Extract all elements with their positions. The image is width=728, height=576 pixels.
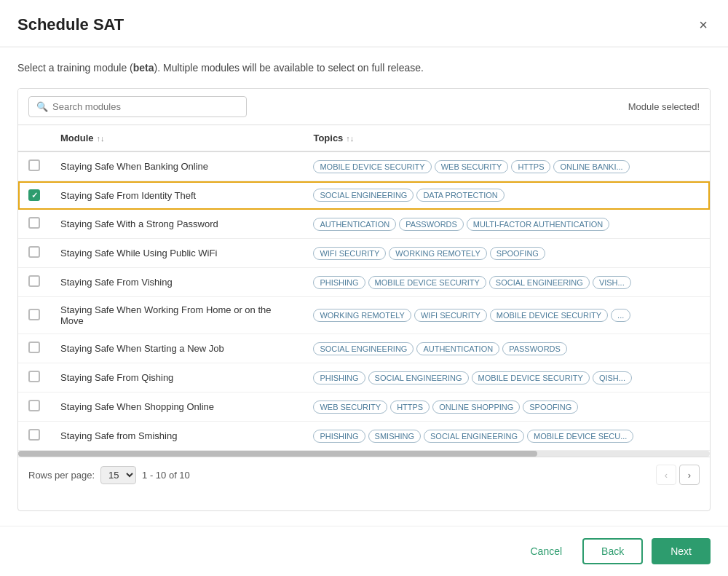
table-header-row: Module ↑↓ Topics ↑↓: [18, 125, 710, 151]
topic-tag: WORKING REMOTELY: [313, 309, 411, 322]
topic-tag: SOCIAL ENGINEERING: [424, 430, 524, 443]
topic-tag: ONLINE BANKI...: [553, 160, 629, 173]
modal: Schedule SAT × Select a training module …: [0, 0, 728, 576]
cell-topics: PHISHINGSOCIAL ENGINEERINGMOBILE DEVICE …: [303, 363, 710, 392]
topic-tag: PASSWORDS: [502, 342, 567, 355]
cell-topics: MOBILE DEVICE SECURITYWEB SECURITYHTTPSO…: [303, 151, 710, 181]
checkbox[interactable]: [28, 246, 40, 258]
cell-topics: AUTHENTICATIONPASSWORDSMULTI-FACTOR AUTH…: [303, 210, 710, 239]
cell-checkbox[interactable]: [18, 334, 50, 363]
table-row: Staying Safe While Using Public WiFiWIFI…: [18, 239, 710, 268]
module-table: Module ↑↓ Topics ↑↓ Staying Saf: [18, 125, 710, 451]
checkbox[interactable]: [28, 189, 40, 201]
topic-tag: MOBILE DEVICE SECU...: [527, 430, 633, 443]
cell-checkbox[interactable]: [18, 422, 50, 451]
cell-checkbox[interactable]: [18, 392, 50, 422]
cell-topics: WORKING REMOTELYWIFI SECURITYMOBILE DEVI…: [303, 297, 710, 334]
topic-tag: PASSWORDS: [399, 218, 464, 231]
cell-checkbox[interactable]: [18, 268, 50, 297]
cell-module-name: Staying Safe When Banking Online: [50, 151, 303, 181]
checkbox[interactable]: [28, 342, 40, 353]
topic-tag: HTTPS: [390, 401, 430, 414]
cell-module-name: Staying Safe From Qishing: [50, 363, 303, 392]
cell-module-name: Staying Safe From Identity Theft: [50, 181, 303, 210]
table-row: Staying Safe From Identity TheftSOCIAL E…: [18, 181, 710, 210]
table-row: Staying Safe With a Strong PasswordAUTHE…: [18, 210, 710, 239]
cell-topics: PHISHINGSMISHINGSOCIAL ENGINEERINGMOBILE…: [303, 422, 710, 451]
search-icon: 🔍: [36, 101, 48, 112]
table-row: Staying Safe When Banking OnlineMOBILE D…: [18, 151, 710, 181]
checkbox[interactable]: [28, 429, 40, 441]
table-row: Staying Safe When Starting a New JobSOCI…: [18, 334, 710, 363]
topic-tag: AUTHENTICATION: [313, 218, 396, 231]
modal-title: Schedule SAT: [17, 15, 124, 34]
cell-checkbox[interactable]: [18, 181, 50, 210]
checkbox[interactable]: [28, 309, 40, 320]
checkbox[interactable]: [28, 217, 40, 229]
horizontal-scrollbar[interactable]: [18, 451, 710, 457]
table-toolbar: 🔍 Module selected!: [18, 89, 710, 125]
cell-topics: SOCIAL ENGINEERINGAUTHENTICATIONPASSWORD…: [303, 334, 710, 363]
rows-per-page-select[interactable]: 10 15 25 50: [100, 466, 136, 484]
topic-tag: MOBILE DEVICE SECURITY: [490, 309, 608, 322]
table-body: Staying Safe When Banking OnlineMOBILE D…: [18, 151, 710, 451]
table-row: Staying Safe When Shopping OnlineWEB SEC…: [18, 392, 710, 422]
cell-checkbox[interactable]: [18, 151, 50, 181]
prev-page-button[interactable]: ‹: [656, 465, 676, 485]
topic-tag: ONLINE SHOPPING: [432, 401, 520, 414]
search-input[interactable]: [52, 101, 239, 112]
table-footer: Rows per page: 10 15 25 50 1 - 10 of 10 …: [18, 457, 710, 492]
cell-checkbox[interactable]: [18, 210, 50, 239]
topic-tag: SOCIAL ENGINEERING: [489, 276, 590, 289]
topic-tag: WEB SECURITY: [435, 160, 509, 173]
module-name-text: Staying Safe With a Strong Password: [60, 218, 218, 229]
module-name-text: Staying Safe When Shopping Online: [60, 401, 214, 412]
next-page-button[interactable]: ›: [679, 465, 700, 485]
checkbox[interactable]: [28, 371, 40, 382]
topic-tag: WIFI SECURITY: [414, 309, 487, 322]
close-button[interactable]: ×: [696, 15, 711, 35]
topic-tag: SOCIAL ENGINEERING: [368, 371, 469, 384]
cell-topics: SOCIAL ENGINEERINGDATA PROTECTION: [303, 181, 710, 210]
col-header-module[interactable]: Module ↑↓: [50, 125, 303, 151]
checkbox[interactable]: [28, 275, 40, 287]
cell-module-name: Staying Safe With a Strong Password: [50, 210, 303, 239]
next-button[interactable]: Next: [652, 538, 711, 564]
topic-tag: WORKING REMOTELY: [389, 247, 487, 260]
rows-per-page-control: Rows per page: 10 15 25 50 1 - 10 of 10: [28, 466, 190, 484]
topic-tag: SOCIAL ENGINEERING: [313, 189, 414, 202]
topic-tag: MOBILE DEVICE SECURITY: [472, 371, 590, 384]
cell-module-name: Staying Safe from Smishing: [50, 422, 303, 451]
table-row: Staying Safe From VishingPHISHINGMOBILE …: [18, 268, 710, 297]
cell-checkbox[interactable]: [18, 239, 50, 268]
module-name-text: Staying Safe From Qishing: [60, 372, 173, 383]
cell-checkbox[interactable]: [18, 297, 50, 334]
topic-tag: WEB SECURITY: [313, 401, 387, 414]
module-name-text: Staying Safe From Vishing: [60, 277, 173, 288]
topic-tag: HTTPS: [511, 160, 550, 173]
cancel-button[interactable]: Cancel: [518, 540, 574, 563]
topic-tag: SOCIAL ENGINEERING: [313, 342, 414, 355]
back-button[interactable]: Back: [582, 538, 643, 564]
search-box[interactable]: 🔍: [28, 96, 247, 117]
cell-topics: WEB SECURITYHTTPSONLINE SHOPPINGSPOOFING: [303, 392, 710, 422]
module-selected-badge: Module selected!: [628, 101, 700, 112]
cell-module-name: Staying Safe While Using Public WiFi: [50, 239, 303, 268]
topic-tag: MOBILE DEVICE SECURITY: [368, 276, 486, 289]
modal-body: Select a training module (beta). Multipl…: [0, 47, 728, 526]
module-name-text: Staying Safe When Working From Home or o…: [60, 304, 272, 326]
pagination-nav: ‹ ›: [656, 465, 700, 485]
topic-tag: AUTHENTICATION: [416, 342, 499, 355]
scrollbar-thumb[interactable]: [18, 451, 537, 457]
topic-tag: PHISHING: [313, 430, 365, 443]
module-name-text: Staying Safe from Smishing: [60, 430, 177, 441]
cell-checkbox[interactable]: [18, 363, 50, 392]
module-name-text: Staying Safe From Identity Theft: [60, 190, 196, 201]
checkbox[interactable]: [28, 159, 40, 171]
topic-tag: WIFI SECURITY: [313, 247, 386, 260]
modal-header: Schedule SAT ×: [0, 0, 728, 47]
checkbox[interactable]: [28, 400, 40, 411]
col-header-checkbox: [18, 125, 50, 151]
col-header-topics[interactable]: Topics ↑↓: [303, 125, 710, 151]
module-name-text: Staying Safe When Starting a New Job: [60, 343, 224, 354]
